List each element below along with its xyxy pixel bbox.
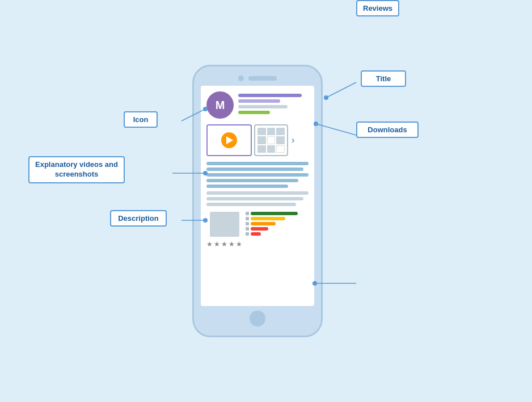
app-header: M (206, 91, 309, 119)
title-bar-3 (238, 105, 288, 108)
desc-bar (206, 168, 303, 171)
svg-line-0 (326, 82, 356, 98)
desc-bar-gray (206, 203, 296, 206)
phone-speaker (248, 76, 277, 81)
reviews-section: ★ ★ ★ ★ ★ (206, 212, 309, 248)
grid-cell (257, 128, 266, 135)
desc-bar-gray (206, 191, 309, 195)
video-thumbnail[interactable] (206, 124, 252, 156)
star: ★ (206, 240, 213, 248)
review-bar-row (246, 222, 309, 225)
star: ★ (214, 240, 220, 248)
review-bar-row (246, 217, 309, 220)
scene: M (0, 0, 532, 402)
review-bar (251, 227, 268, 231)
grid-cell (276, 136, 285, 144)
label-downloads: Downloads (356, 122, 419, 138)
desc-bar (206, 185, 288, 188)
review-bar (251, 217, 285, 220)
grid-cell (257, 136, 266, 144)
desc-bar-gray (206, 197, 303, 200)
review-bar-row (246, 232, 309, 236)
phone-camera (238, 76, 244, 81)
phone-home-button[interactable] (250, 311, 265, 326)
grid-cell (267, 136, 276, 144)
label-title: Title (361, 70, 406, 87)
review-image (210, 212, 239, 237)
downloads-bar (238, 111, 270, 114)
phone-mockup: M (192, 65, 323, 337)
grid-cell (267, 145, 276, 153)
label-icon: Icon (124, 111, 158, 128)
label-explanatory: Explanatory videos and screenshots (28, 156, 125, 183)
review-bar-row (246, 212, 309, 215)
grid-cell (257, 145, 266, 153)
label-description: Description (110, 210, 167, 227)
review-bar (251, 212, 298, 215)
next-arrow[interactable]: › (292, 135, 294, 145)
app-icon: M (206, 91, 234, 119)
screenshot-grid[interactable] (254, 124, 288, 156)
phone-screen: M (201, 86, 314, 306)
title-bar-2 (238, 99, 280, 103)
star: ★ (229, 240, 235, 248)
svg-point-1 (324, 95, 328, 100)
description-section (206, 162, 309, 206)
desc-bar (206, 162, 309, 165)
play-icon (226, 136, 233, 144)
review-bar (251, 222, 276, 225)
review-bar-row (246, 227, 309, 231)
grid-cell (276, 128, 285, 135)
desc-bar (206, 179, 298, 182)
grid-cell (267, 128, 276, 135)
star: ★ (221, 240, 227, 248)
grid-cell (276, 145, 285, 153)
screenshots-row: › (206, 124, 309, 156)
review-bar (251, 232, 261, 236)
title-bar-1 (238, 94, 302, 97)
stars-row: ★ ★ ★ ★ ★ (206, 240, 242, 248)
review-bars (246, 212, 309, 236)
play-button[interactable] (221, 132, 237, 148)
star: ★ (236, 240, 242, 248)
desc-bar (206, 173, 309, 177)
app-info (238, 91, 309, 114)
